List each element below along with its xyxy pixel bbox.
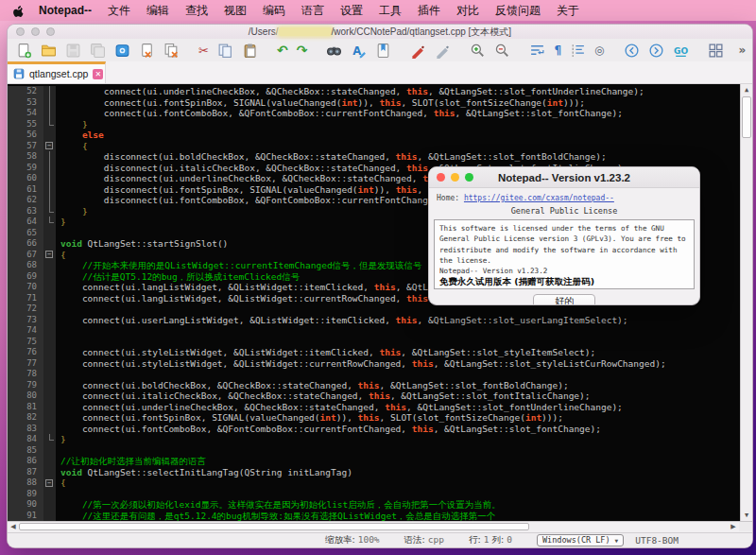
show-symbols-button[interactable]: ¶ bbox=[553, 41, 562, 60]
zoom-out-button[interactable] bbox=[493, 41, 511, 60]
goto-line-button[interactable]: GO bbox=[672, 41, 690, 60]
menu-item-10[interactable]: 反馈问题 bbox=[495, 3, 541, 19]
code-text[interactable]: } bbox=[56, 434, 66, 445]
find-button[interactable] bbox=[325, 41, 343, 60]
code-text[interactable]: } bbox=[56, 206, 88, 217]
code-text[interactable]: //估计是QT5.12的bug，所以换成itemClicked信号 bbox=[56, 271, 300, 283]
code-text[interactable]: connect(ui.boldCheckBox, &QCheckBox::sta… bbox=[56, 380, 569, 391]
code-text[interactable]: connect(ui.underlineCheckBox, &QCheckBox… bbox=[56, 402, 623, 413]
menu-item-3[interactable]: 视图 bbox=[224, 3, 247, 19]
code-text[interactable]: //让初始化时选择当前编辑器的语言 bbox=[56, 456, 206, 467]
menu-item-0[interactable]: 文件 bbox=[108, 3, 130, 19]
code-line: 83 connect(ui.fontComboBox, &QFontComboB… bbox=[8, 424, 740, 435]
horizontal-scroll-thumb[interactable] bbox=[19, 523, 529, 530]
open-file-button[interactable] bbox=[40, 41, 58, 60]
code-text[interactable]: connect(ui.styleListWidget, &QListWidget… bbox=[56, 358, 666, 370]
multi-view-button[interactable] bbox=[707, 41, 725, 60]
bookmark-button[interactable] bbox=[374, 41, 392, 60]
code-text[interactable]: void QtLangSet::selectInitLangTag(QStrin… bbox=[56, 467, 352, 478]
code-text[interactable]: disconnect(ui.boldCheckBox, &QCheckBox::… bbox=[56, 151, 607, 163]
code-text[interactable] bbox=[56, 325, 60, 337]
code-text[interactable]: connect(ui.styleListWidget, &QListWidget… bbox=[56, 347, 595, 358]
code-text[interactable]: connect(ui.fontSpinBox, SIGNAL(valueChan… bbox=[56, 97, 585, 109]
scroll-right-icon[interactable]: ▶ bbox=[728, 522, 739, 531]
highlight-marker-button[interactable] bbox=[409, 41, 427, 60]
menu-item-11[interactable]: 关于 bbox=[557, 3, 579, 19]
indent-guide-button[interactable] bbox=[569, 41, 587, 60]
scroll-down-icon[interactable]: ▼ bbox=[741, 510, 752, 521]
menu-item-1[interactable]: 编辑 bbox=[146, 3, 169, 19]
code-text[interactable] bbox=[56, 489, 60, 500]
save-all-button[interactable] bbox=[89, 41, 107, 60]
toolbar-overflow-button[interactable]: » bbox=[738, 41, 747, 60]
cut-button[interactable]: ✂ bbox=[198, 41, 210, 60]
menu-item-9[interactable]: 对比 bbox=[456, 3, 479, 19]
code-text[interactable]: //开始本来使用的是QListWidget::currentItemChange… bbox=[56, 260, 422, 271]
scroll-left-icon[interactable]: ◀ bbox=[8, 522, 19, 531]
tab-qtlangset[interactable]: qtlangset.cpp ✕ bbox=[8, 61, 106, 83]
code-text[interactable]: connect(ui.fontSpinBox, SIGNAL(valueChan… bbox=[56, 412, 563, 424]
prev-location-button[interactable] bbox=[623, 41, 641, 60]
copy-button[interactable] bbox=[216, 41, 234, 60]
close-file-button[interactable] bbox=[138, 41, 156, 60]
menu-item-2[interactable]: 查找 bbox=[185, 3, 208, 19]
locate-button[interactable]: ◎ bbox=[593, 41, 605, 60]
code-text[interactable]: { bbox=[56, 477, 66, 489]
replace-button[interactable]: A bbox=[350, 41, 368, 60]
code-text[interactable]: void QtLangSet::startSignSlot() bbox=[56, 238, 228, 250]
menu-app-name[interactable]: Notepad-- bbox=[39, 4, 92, 17]
fold-collapse-icon[interactable]: − bbox=[45, 142, 53, 149]
undo-button[interactable]: ↶ bbox=[276, 41, 289, 60]
close-all-button[interactable] bbox=[163, 41, 180, 60]
ok-button[interactable]: 好的 bbox=[533, 294, 595, 305]
menu-item-5[interactable]: 语言 bbox=[301, 3, 324, 19]
fold-collapse-icon[interactable]: − bbox=[45, 479, 53, 487]
code-text[interactable]: } bbox=[56, 119, 88, 130]
screenshot-button[interactable] bbox=[113, 41, 131, 60]
code-text[interactable]: connect(ui.italicCheckBox, &QCheckBox::s… bbox=[56, 390, 591, 402]
menu-item-7[interactable]: 工具 bbox=[379, 3, 402, 19]
apple-menu-icon[interactable] bbox=[11, 4, 25, 18]
fold-margin[interactable]: − bbox=[43, 477, 56, 489]
horizontal-scrollbar[interactable]: ◀ ▶ bbox=[8, 521, 752, 532]
code-text[interactable]: connect(ui.fontComboBox, &QFontComboBox:… bbox=[56, 108, 623, 119]
fold-collapse-icon[interactable]: − bbox=[45, 251, 53, 258]
code-text[interactable]: //这里还是有问题，是qt5.12.4的bug机制导致:如果没有选择QListW… bbox=[56, 511, 495, 522]
code-text[interactable]: { bbox=[56, 250, 66, 261]
menu-item-8[interactable]: 插件 bbox=[418, 3, 440, 19]
eol-mode-dropdown[interactable]: Windows(CR LF)▼ bbox=[537, 534, 624, 546]
code-text[interactable]: else bbox=[56, 130, 104, 141]
vertical-scroll-thumb[interactable] bbox=[742, 96, 751, 138]
code-text[interactable] bbox=[56, 228, 60, 239]
code-text[interactable]: connect(ui.underlineCheckBox, &QCheckBox… bbox=[56, 86, 644, 97]
tab-close-icon[interactable]: ✕ bbox=[93, 69, 103, 79]
code-line: 78 bbox=[8, 369, 740, 380]
code-text[interactable]: connect(ui.userLangListWidget, &QListWid… bbox=[56, 315, 628, 326]
code-text[interactable]: connect(ui.fontComboBox, &QFontComboBox:… bbox=[56, 424, 601, 435]
code-text[interactable] bbox=[56, 445, 60, 457]
code-text[interactable]: { bbox=[56, 141, 88, 152]
save-button[interactable] bbox=[64, 41, 82, 60]
code-text[interactable] bbox=[56, 304, 60, 315]
dialog-title-bar[interactable]: Notepad-- Version v1.23.2 bbox=[429, 167, 699, 188]
vertical-scrollbar[interactable]: ▲ ▼ bbox=[740, 84, 752, 521]
zoom-in-button[interactable] bbox=[469, 41, 487, 60]
fold-margin[interactable]: − bbox=[43, 141, 56, 152]
word-wrap-button[interactable] bbox=[528, 41, 546, 60]
clear-marker-button[interactable] bbox=[434, 41, 452, 60]
menu-item-6[interactable]: 设置 bbox=[340, 3, 363, 19]
paste-button[interactable] bbox=[241, 41, 259, 60]
scroll-up-icon[interactable]: ▲ bbox=[741, 84, 752, 95]
new-file-button[interactable] bbox=[15, 41, 33, 60]
fold-margin[interactable]: − bbox=[43, 250, 56, 261]
redo-button[interactable]: ↷ bbox=[296, 41, 309, 60]
homepage-link[interactable]: https://gitee.com/cxasm/notepad-- bbox=[464, 194, 614, 202]
next-location-button[interactable] bbox=[647, 41, 665, 60]
code-text[interactable] bbox=[56, 337, 60, 348]
license-text-box[interactable]: This software is licensed under the term… bbox=[434, 219, 695, 289]
code-text[interactable]: //第一次必须以初始化lexid显示。这样做实在是因为初始化list启动后，会自… bbox=[56, 499, 501, 511]
window-title-bar[interactable]: /Users//work/CCNotePad/qtlangset.cpp [文本… bbox=[8, 25, 752, 39]
menu-item-4[interactable]: 编码 bbox=[263, 3, 285, 19]
code-text[interactable]: } bbox=[56, 217, 66, 228]
code-text[interactable] bbox=[56, 369, 60, 380]
